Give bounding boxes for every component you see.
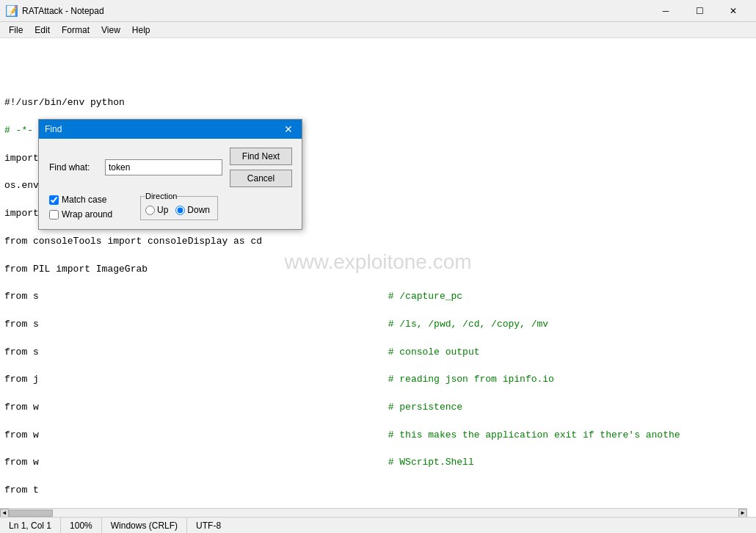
find-what-input[interactable]	[105, 159, 222, 175]
wrap-around-checkbox[interactable]	[49, 210, 59, 220]
find-dialog-titlebar: Find ✕	[39, 120, 302, 139]
code-line: from t	[4, 484, 752, 498]
title-bar-left: 📝 RATAttack - Notepad	[6, 5, 104, 17]
scroll-track[interactable]	[9, 509, 738, 518]
up-radio[interactable]	[145, 206, 155, 215]
up-radio-label[interactable]: Up	[145, 205, 168, 215]
down-radio[interactable]	[175, 206, 185, 215]
notepad-icon: 📝	[6, 5, 18, 17]
menu-view[interactable]: View	[95, 22, 126, 38]
code-line: from PIL import ImageGrab	[4, 263, 752, 277]
find-dialog-title: Find	[45, 124, 62, 134]
menu-edit[interactable]: Edit	[29, 22, 56, 38]
find-next-button[interactable]: Find Next	[230, 148, 292, 165]
options-row: Match case Wrap around Direction Up	[49, 195, 291, 220]
scroll-right-arrow[interactable]: ►	[738, 509, 747, 518]
code-line: from consoleTools import consoleDisplay …	[4, 235, 752, 249]
window-title: RATAttack - Notepad	[22, 6, 104, 16]
wrap-around-text: Wrap around	[62, 209, 112, 220]
direction-radio-row: Up Down	[145, 205, 210, 215]
status-encoding: UTF-8	[187, 518, 230, 533]
wrap-around-label[interactable]: Wrap around	[49, 209, 112, 220]
up-label: Up	[157, 205, 168, 215]
find-dialog-body: Find what: Find Next Cancel Match case W…	[39, 139, 302, 229]
find-buttons: Find Next Cancel	[230, 148, 292, 187]
options-col: Match case Wrap around	[49, 195, 112, 220]
maximize-button[interactable]: ☐	[683, 0, 716, 22]
menu-bar: File Edit Format View Help	[0, 22, 756, 38]
menu-file[interactable]: File	[3, 22, 29, 38]
title-bar: 📝 RATAttack - Notepad ─ ☐ ✕	[0, 0, 756, 22]
find-what-label: Find what:	[49, 162, 101, 173]
scroll-left-arrow[interactable]: ◄	[0, 509, 9, 518]
match-case-label[interactable]: Match case	[49, 195, 112, 205]
minimize-button[interactable]: ─	[649, 0, 683, 22]
status-zoom: 100%	[61, 518, 102, 533]
horizontal-scrollbar[interactable]: ◄ ►	[0, 508, 747, 517]
code-line: from w # persistence	[4, 401, 752, 415]
scroll-thumb[interactable]	[9, 510, 53, 517]
menu-format[interactable]: Format	[56, 22, 95, 38]
status-line-ending: Windows (CRLF)	[102, 518, 187, 533]
down-radio-label[interactable]: Down	[175, 205, 210, 215]
code-line: from w # WScript.Shell	[4, 456, 752, 470]
code-line: #!/usr/bin/env python	[4, 96, 752, 110]
status-bar: Ln 1, Col 1 100% Windows (CRLF) UTF-8	[0, 517, 756, 533]
cancel-button[interactable]: Cancel	[230, 170, 292, 187]
match-case-checkbox[interactable]	[49, 195, 59, 205]
editor[interactable]: www.exploitone.com #!/usr/bin/env python…	[0, 38, 756, 517]
status-position: Ln 1, Col 1	[0, 518, 61, 533]
find-dialog: Find ✕ Find what: Find Next Cancel Match…	[38, 119, 302, 230]
code-line: from s # console output	[4, 346, 752, 360]
code-line: from w # this makes the application exit…	[4, 429, 752, 443]
find-what-row: Find what: Find Next Cancel	[49, 148, 291, 187]
find-dialog-close-button[interactable]: ✕	[281, 122, 296, 137]
match-case-text: Match case	[62, 195, 106, 205]
down-label: Down	[187, 205, 210, 215]
code-line: from s # /ls, /pwd, /cd, /copy, /mv	[4, 318, 752, 332]
close-button[interactable]: ✕	[716, 0, 750, 22]
code-line: from s # /capture_pc	[4, 290, 752, 304]
title-bar-controls: ─ ☐ ✕	[649, 0, 750, 22]
menu-help[interactable]: Help	[126, 22, 156, 38]
code-line: from j # reading json from ipinfo.io	[4, 373, 752, 387]
direction-label: Direction	[145, 192, 177, 200]
direction-group: Direction Up Down	[140, 192, 218, 220]
